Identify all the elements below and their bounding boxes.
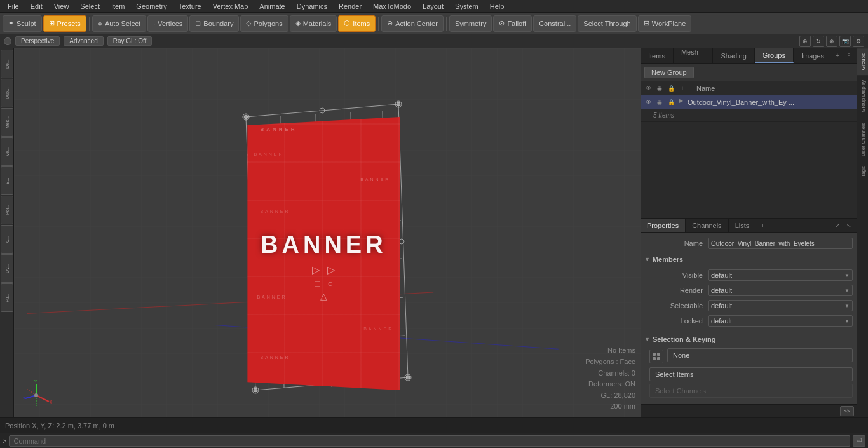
menu-file[interactable]: File [3,1,24,11]
tab-images[interactable]: Images [794,48,832,63]
panel-icon-more[interactable]: ⋮ [844,51,854,61]
banner-face: BANNER BANNER BANNER BANNER BANNER BANNE… [247,117,400,390]
render-dropdown[interactable]: default ▼ [708,285,853,296]
items-icon: ⬡ [344,19,350,27]
menu-edit[interactable]: Edit [25,1,48,11]
viewport-toggle[interactable] [4,37,11,45]
vertices-button[interactable]: · Vertices [147,15,188,32]
boundary-button[interactable]: ◻ Boundary [189,15,239,32]
sidebar-tab-de[interactable]: De... [1,50,13,78]
action-center-button[interactable]: ⊕ Action Center [381,15,444,32]
menu-select[interactable]: Select [75,1,105,11]
viewport-ctrl-orbit[interactable]: ↻ [813,36,824,47]
menu-layout[interactable]: Layout [417,1,449,11]
props-icon-expand-b[interactable]: ⤡ [844,221,854,231]
presets-button[interactable]: ⊞ Presets [43,15,86,32]
workplane-button[interactable]: ⊟ WorkPlane [638,15,692,32]
cmd-arrow[interactable]: > [3,437,6,445]
sidebar-tab-uv[interactable]: UV... [1,254,13,283]
viewport-ctrl-cam[interactable]: 📷 [839,36,851,47]
menu-texture[interactable]: Texture [173,1,207,11]
vtab-user-channels[interactable]: User Channels [857,118,868,161]
menu-maxtomodo[interactable]: MaxToModo [368,1,416,11]
menu-item[interactable]: Item [106,1,130,11]
locked-dropdown[interactable]: default ▼ [708,315,853,327]
advanced-button[interactable]: Advanced [64,36,103,46]
group-item-main[interactable]: 👁 ◉ 🔒 ▶ Outdoor_Vinyl_Banner_with_Ey ... [641,95,857,109]
sidebar-tab-mes[interactable]: Mes... [1,108,13,137]
menu-geometry[interactable]: Geometry [131,1,172,11]
selectable-dropdown[interactable]: default ▼ [708,300,853,311]
viewport[interactable]: BANNER BANNER BANNER BANNER BANNER BANNE… [14,48,641,417]
falloff-icon: ⊙ [499,19,505,27]
polygons-button[interactable]: ◇ Polygons [240,15,288,32]
none-btn[interactable]: None [667,348,853,362]
tab-add[interactable]: + [756,219,768,232]
none-icon-btn[interactable] [649,350,663,363]
group-expand-arrow[interactable]: ▶ [677,97,685,105]
tab-groups[interactable]: Groups [755,48,794,63]
sculpt-icon: ✦ [8,19,14,27]
items-button[interactable]: ⬡ Items [338,15,376,32]
viewport-info: No Items Polygons : Face Channels: 0 Def… [585,345,635,412]
constrain-button[interactable]: Constrai... [533,15,576,32]
name-value[interactable]: Outdoor_Vinyl_Banner_with_Eyelets_ [708,238,853,249]
falloff-button[interactable]: ⊙ Falloff [493,15,532,32]
select-items-btn[interactable]: Select Items [649,367,853,381]
visible-label: Visible [644,271,708,279]
vtab-tags[interactable]: Tags [857,161,868,182]
select-channels-btn[interactable]: Select Channels [649,384,853,398]
groups-top: New Group 👁 ◉ 🔒 + Name � [641,64,857,219]
menu-animate[interactable]: Animate [254,1,290,11]
menu-system[interactable]: System [450,1,484,11]
no-items-label: No Items [585,345,635,356]
viewport-ctrl-move[interactable]: ⊕ [799,36,811,47]
deformers-info: Deformers: ON [585,379,635,390]
sidebar-tab-ve[interactable]: Ve... [1,137,13,166]
new-group-button[interactable]: New Group [644,67,694,78]
tab-lists[interactable]: Lists [729,219,757,232]
menu-view[interactable]: View [49,1,74,11]
props-expand-btn[interactable]: >> [840,406,854,416]
sidebar-tab-e[interactable]: E... [1,166,13,195]
vtab-groups[interactable]: Groups [857,48,868,75]
materials-icon: ◈ [295,19,301,27]
props-icon-expand-a[interactable]: ⤢ [832,221,843,231]
tab-shading[interactable]: Shading [713,48,754,63]
group-render-icon[interactable]: ◉ [654,97,665,107]
members-arrow[interactable]: ▼ [644,256,650,262]
group-lock-icon[interactable]: 🔒 [666,97,676,107]
select-through-button[interactable]: Select Through [578,15,636,32]
sel-keying-arrow[interactable]: ▼ [644,336,650,343]
materials-button[interactable]: ◈ Materials [290,15,337,32]
tab-items[interactable]: Items [641,48,674,63]
cmd-submit-btn[interactable]: ⏎ [853,435,865,447]
panel-icon-expand[interactable]: + [832,51,843,61]
group-visible-icon[interactable]: 👁 [643,97,653,107]
menu-render[interactable]: Render [334,1,367,11]
menu-help[interactable]: Help [485,1,510,11]
sidebar-tab-dup[interactable]: Dup... [1,79,13,107]
sel-keying-section-header: ▼ Selection & Keying [644,333,853,346]
sculpt-button[interactable]: ✦ Sculpt [3,15,42,32]
menu-vertex-map[interactable]: Vertex Map [208,1,254,11]
sidebar-tab-fu[interactable]: Fu... [1,283,13,312]
perspective-button[interactable]: Perspective [15,36,60,46]
symmetry-button[interactable]: Symmetry [449,15,492,32]
vtab-group-display[interactable]: Group Display [857,75,868,118]
tab-channels[interactable]: Channels [686,219,728,232]
tab-mesh[interactable]: Mesh ... [674,48,714,63]
viewport-ctrl-zoom[interactable]: ⊕ [826,36,837,47]
visible-row: Visible default ▼ [644,268,853,282]
tab-properties[interactable]: Properties [641,219,686,232]
sidebar-tab-c[interactable]: C... [1,225,13,254]
auto-select-button[interactable]: ◈ Auto Select [92,15,146,32]
command-input[interactable] [9,435,850,447]
workplane-icon: ⊟ [644,19,649,27]
menu-dynamics[interactable]: Dynamics [292,1,332,11]
sidebar-tab-pol[interactable]: Pol... [1,196,13,224]
raygl-button[interactable]: Ray GL: Off [107,36,153,46]
viewport-ctrl-settings[interactable]: ⚙ [853,36,864,47]
lock-col-icon: 🔒 [666,83,676,93]
visible-dropdown[interactable]: default ▼ [708,269,853,281]
